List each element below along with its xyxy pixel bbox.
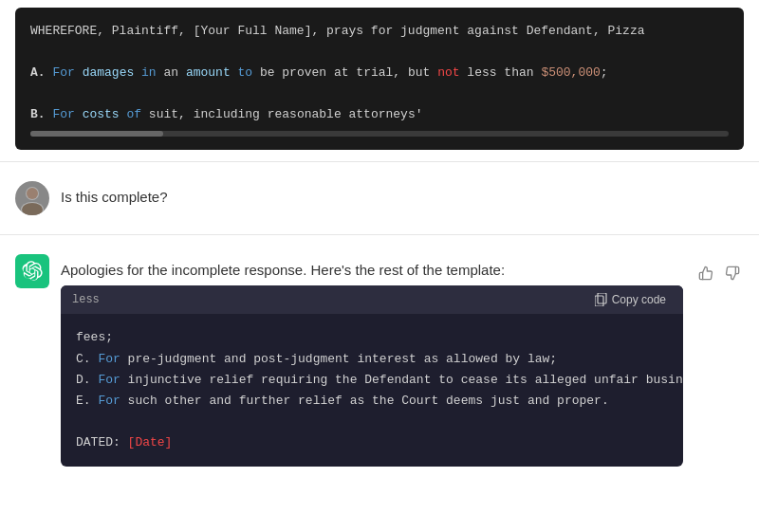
copy-icon — [595, 293, 607, 306]
code-line-e: E. For such other and further relief as … — [76, 394, 609, 408]
chat-container: WHEREFORE, Plaintiff, [Your Full Name], … — [0, 0, 759, 474]
code-line-3: B. For costs of suit, including reasonab… — [30, 107, 423, 121]
section-divider — [0, 161, 759, 162]
thumbs-down-button[interactable] — [721, 262, 744, 287]
openai-logo-icon — [22, 261, 43, 282]
copy-code-button[interactable]: Copy code — [589, 291, 672, 308]
code-language-label: less — [72, 293, 100, 306]
assistant-message-row: Apologies for the incomplete response. H… — [0, 247, 759, 474]
top-code-block: WHEREFORE, Plaintiff, [Your Full Name], … — [15, 8, 744, 150]
thumbs-up-icon — [698, 266, 713, 281]
svg-rect-5 — [598, 293, 606, 303]
copy-code-label: Copy code — [612, 293, 666, 306]
inner-code-body: fees; C. For pre-judgment and post-judgm… — [61, 314, 683, 467]
user-avatar-icon — [15, 181, 49, 215]
feedback-icons — [694, 254, 744, 287]
user-message-row: Is this complete? — [0, 174, 759, 223]
assistant-message-text: Apologies for the incomplete response. H… — [61, 254, 683, 278]
code-fees-line: fees; — [76, 330, 113, 344]
user-message-text: Is this complete? — [61, 181, 168, 205]
thumbs-up-button[interactable] — [694, 262, 717, 287]
section-divider-2 — [0, 234, 759, 235]
code-dated-line: DATED: [Date] — [76, 435, 172, 449]
scrollbar[interactable] — [30, 131, 729, 137]
inner-code-header: less Copy code — [61, 285, 683, 314]
assistant-content: Apologies for the incomplete response. H… — [61, 254, 683, 467]
svg-rect-4 — [595, 296, 603, 306]
code-line-1: WHEREFORE, Plaintiff, [Your Full Name], … — [30, 24, 645, 38]
svg-point-2 — [27, 188, 38, 199]
top-code-content: WHEREFORE, Plaintiff, [Your Full Name], … — [30, 21, 729, 125]
inner-code-block: less Copy code fees; C. For pre-judgment… — [61, 285, 683, 467]
code-line-2: A. For damages in an amount to be proven… — [30, 65, 608, 80]
scrollbar-thumb[interactable] — [30, 131, 163, 137]
code-line-c: C. For pre-judgment and post-judgment in… — [76, 352, 557, 366]
thumbs-down-icon — [725, 266, 740, 281]
user-avatar — [15, 181, 49, 215]
code-line-d: D. For injunctive relief requiring the D… — [76, 373, 683, 387]
assistant-avatar — [15, 254, 49, 288]
